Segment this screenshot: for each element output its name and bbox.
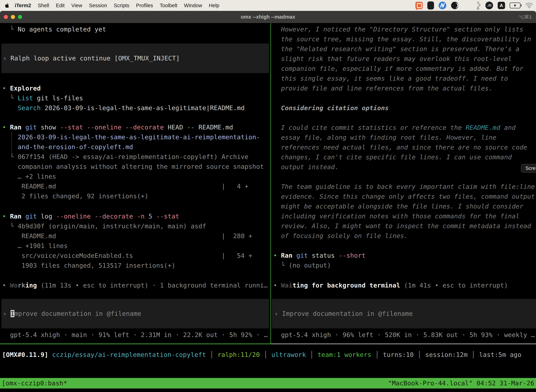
inject-prompt-text: Ralph loop active continue [OMX_TMUX_INJ…: [10, 55, 180, 62]
terminal-line: the "Related research writing" section i…: [281, 44, 531, 54]
working-status-line: • Working (11m 13s • esc to interrupt) ·…: [2, 280, 268, 290]
waiting-status-line: • Waiting for background terminal (1m 41…: [273, 280, 508, 290]
terminal-line: └ 4b9d30f (origin/main, instructkr/main,…: [2, 221, 252, 231]
keypad-icon[interactable]: [427, 1, 434, 9]
terminal-line: • Ran git log --oneline --decorate -n 5 …: [2, 211, 252, 221]
tmux-host-clock: "MacBook-Pro-44.local" 04:52 31-Mar-26: [388, 378, 534, 388]
zoom-button[interactable]: [18, 15, 22, 19]
left-model-status: gpt-5.4 xhigh · main · 91% left · 2.31M …: [10, 330, 268, 340]
agent-note: └ No agents completed yet: [2, 24, 106, 34]
terminal-line: src/voice/voiceModeEnabled.ts | 54 +: [2, 251, 252, 261]
git-log-block: • Ran git log --oneline --decorate -n 5 …: [2, 211, 252, 271]
terminal-line: review. Also, I might want to inspect th…: [281, 221, 535, 231]
menu-item-list: iTerm2ShellEditViewSessionScriptsProfile…: [15, 3, 219, 9]
git-show-block: • Ran git show --stat --oneline --decora…: [2, 122, 264, 201]
terminal-line: README.md | 280 +: [2, 231, 252, 241]
explored-section: • Explored └ List git ls-files Search 20…: [2, 84, 245, 113]
terminal-line: companion analysis without altering the …: [2, 162, 264, 172]
terminal-line: However, I noticed the "Directory Struct…: [281, 24, 531, 34]
terminal-line: this single essay, it seems like a good …: [281, 74, 531, 84]
tmux-session-window: [omx-cczip0:bash*: [2, 378, 67, 388]
terminal-line: slight risk that future readers may over…: [281, 54, 531, 64]
prompt-placeholder: mprove documentation in @filename: [14, 310, 141, 317]
terminal-content: └ No agents completed yet › Ralph loop a…: [0, 23, 536, 392]
terminal-line: … +1901 lines: [2, 241, 252, 251]
menu-item-session[interactable]: Session: [89, 3, 107, 9]
terminal-line: └ List git ls-files: [2, 93, 245, 103]
menu-item-profiles[interactable]: Profiles: [136, 3, 153, 9]
menu-item-shell[interactable]: Shell: [38, 3, 49, 9]
terminal-line: Search 2026-03-09-is-legal-the-same-as-l…: [2, 103, 245, 113]
prompt-chevron: ›: [3, 310, 10, 317]
desktop: iTerm2ShellEditViewSessionScriptsProfile…: [0, 0, 536, 392]
terminal-line: • Ran git status --short: [273, 251, 366, 261]
screen-capture-button[interactable]: Scre: [521, 164, 536, 173]
menu-item-window[interactable]: Window: [184, 3, 202, 9]
terminal-line: provide file and line references from th…: [281, 84, 531, 93]
percent-badge-icon[interactable]: ..61: [485, 2, 493, 9]
terminal-line: companion file, especially if more comme…: [281, 64, 531, 74]
terminal-line: references need actual files, and since …: [281, 142, 527, 152]
right-prompt-input[interactable]: › Improve documentation in @filename: [272, 299, 536, 328]
terminal-line: changes, I can't cite specific file line…: [281, 152, 527, 162]
terminal-line: … +2 lines: [2, 172, 264, 182]
battery-icon[interactable]: [510, 2, 521, 9]
terminal-line: README.md | 4 +: [2, 182, 264, 191]
menu-item-iterm2[interactable]: iTerm2: [15, 3, 31, 9]
menu-bar: iTerm2ShellEditViewSessionScriptsProfile…: [0, 0, 536, 11]
pane-border-bottom-right: [271, 344, 536, 344]
terminal-line: • Explored: [2, 84, 245, 93]
terminal-line: the source tree, missing the essay. Stil…: [281, 34, 531, 44]
terminal-line: I could cite commit statistics or refere…: [281, 123, 527, 133]
git-status-block: • Ran git status --short └ (no output): [273, 251, 366, 270]
terminal-line: └ 067f154 (HEAD -> essay/ai-reimplementa…: [2, 152, 264, 162]
dots-grid-icon[interactable]: [463, 2, 471, 9]
screen-capture-label: Scre: [526, 165, 536, 171]
terminal-line: └ (no output): [273, 261, 366, 270]
reasoning-paragraph-2: I could cite commit statistics or refere…: [281, 123, 527, 172]
window-title: omx --xhigh --madmax: [241, 11, 295, 23]
blue-badge-icon[interactable]: [439, 2, 446, 9]
wifi-icon[interactable]: [525, 2, 533, 9]
menu-item-scripts[interactable]: Scripts: [114, 3, 129, 9]
terminal-line: The team guideline is to back every impo…: [281, 182, 535, 191]
close-button[interactable]: [4, 15, 8, 19]
pane-divider-vertical[interactable]: [270, 23, 271, 344]
terminal-line: might be acceptable alongside the file l…: [281, 201, 535, 211]
window-shortcut-badge: ⌥⌘1: [518, 11, 532, 23]
menu-item-toolbelt[interactable]: Toolbelt: [160, 3, 177, 9]
pane-border-bottom-left: [0, 344, 271, 344]
reasoning-heading: Considering citation options: [281, 103, 389, 113]
terminal-line: including verification notes with those …: [281, 211, 535, 221]
input-source-icon[interactable]: A: [498, 2, 505, 9]
terminal-line: and-the-erosion-of-copyleft.md: [2, 142, 264, 152]
menu-item-help[interactable]: Help: [209, 3, 219, 9]
terminal-line: 1903 files changed, 513517 insertions(+): [2, 261, 252, 271]
menu-item-view[interactable]: View: [71, 3, 82, 9]
menu-item-edit[interactable]: Edit: [56, 3, 65, 9]
right-model-status: gpt-5.4 xhigh · 96% left · 520K in · 5.8…: [281, 330, 535, 340]
prompt-chevron: ›: [3, 55, 10, 62]
window-titlebar[interactable]: omx --xhigh --madmax ⌥⌘1: [0, 11, 536, 23]
terminal-line: 2026-03-09-is-legal-the-same-as-legitima…: [2, 132, 264, 142]
reasoning-paragraph-1: However, I noticed the "Directory Struct…: [281, 24, 531, 93]
apple-menu-icon[interactable]: [5, 2, 10, 9]
terminal-line: output instead.: [281, 162, 527, 172]
terminal-line: of focusing solely on file lines.: [281, 231, 535, 241]
text-cursor: I: [10, 310, 14, 317]
chat-icon[interactable]: [415, 2, 423, 9]
squiggle-icon[interactable]: [475, 1, 481, 10]
omx-status-line: [OMX#0.11.9] cczip/essay/ai-reimplementa…: [2, 350, 522, 360]
reasoning-paragraph-3: The team guideline is to back every impo…: [281, 182, 535, 241]
left-prompt-input[interactable]: › Improve documentation in @filename: [1, 299, 269, 328]
menubar-status-icons: ..61 A: [415, 0, 533, 11]
inject-prompt-box[interactable]: › Ralph loop active continue [OMX_TMUX_I…: [1, 44, 269, 73]
traffic-lights: [4, 11, 22, 23]
terminal-line: essay file, along with finding root file…: [281, 133, 527, 142]
terminal-line: evidence. Since this change only affects…: [281, 191, 535, 201]
terminal-line: 2 files changed, 92 insertions(+): [2, 191, 264, 201]
minimize-button[interactable]: [11, 15, 15, 19]
pie-icon[interactable]: [451, 2, 459, 9]
terminal-line: • Ran git show --stat --oneline --decora…: [2, 122, 264, 132]
tmux-status-bar: [omx-cczip0:bash* "MacBook-Pro-44.local"…: [0, 378, 536, 388]
